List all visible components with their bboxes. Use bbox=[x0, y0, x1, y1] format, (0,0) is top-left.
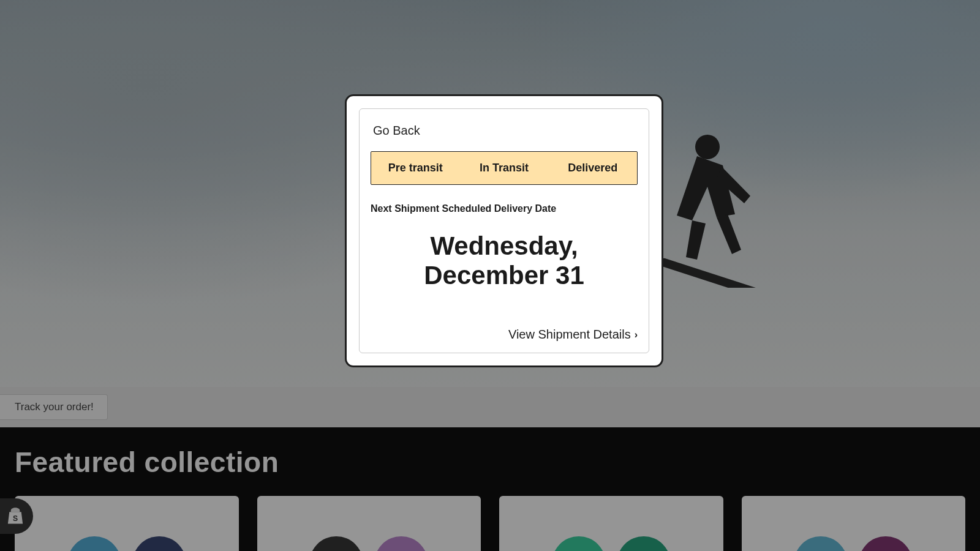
page-root: Track your order! Featured collection bbox=[0, 0, 980, 551]
view-shipment-details-button[interactable]: View Shipment Details › bbox=[508, 303, 638, 342]
view-details-label: View Shipment Details bbox=[508, 328, 631, 342]
chevron-right-icon: › bbox=[635, 329, 638, 340]
shipment-modal-inner: Go Back Pre transit In Transit Delivered… bbox=[359, 108, 649, 353]
next-shipment-label: Next Shipment Scheduled Delivery Date bbox=[371, 203, 638, 214]
status-pre-transit[interactable]: Pre transit bbox=[371, 152, 460, 184]
status-in-transit[interactable]: In Transit bbox=[460, 152, 549, 184]
go-back-button[interactable]: Go Back bbox=[371, 122, 423, 139]
delivery-date: Wednesday, December 31 bbox=[371, 231, 638, 291]
shipment-status-bar: Pre transit In Transit Delivered bbox=[371, 151, 638, 185]
shipment-modal: Go Back Pre transit In Transit Delivered… bbox=[345, 94, 663, 367]
status-delivered[interactable]: Delivered bbox=[548, 152, 637, 184]
